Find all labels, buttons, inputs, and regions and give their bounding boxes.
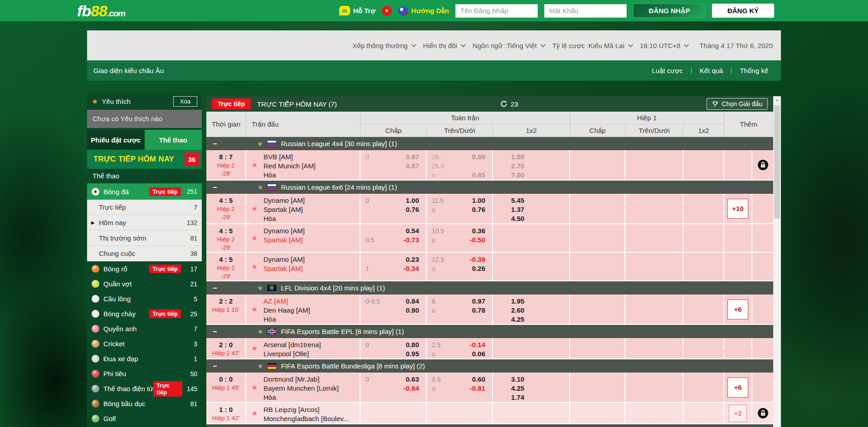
odds-value[interactable]: 0.95: [383, 349, 426, 358]
football-sub-item[interactable]: Chung cuộc38: [87, 246, 202, 261]
tab-sports[interactable]: Thể thao: [145, 130, 202, 150]
odds-value[interactable]: -0.84: [383, 384, 426, 393]
sidebar-item-sport[interactable]: Bóng bầu dục81: [87, 396, 202, 411]
sidebar-item-sport[interactable]: Cricket3: [87, 336, 202, 351]
match-favorite-star-icon[interactable]: ★: [251, 344, 258, 352]
more-markets-button[interactable]: +6: [727, 299, 748, 319]
odds-value[interactable]: 0.76: [383, 205, 426, 214]
sidebar-item-sport[interactable]: Quyền anh7: [87, 321, 202, 336]
odds-value[interactable]: 2.60: [493, 306, 569, 315]
choose-tournament-button[interactable]: Chọn Giải đấu: [707, 98, 768, 110]
odds-value[interactable]: -0.14: [449, 340, 492, 349]
odds-value[interactable]: -0.73: [383, 236, 426, 245]
collapse-icon[interactable]: −: [213, 284, 222, 292]
odds-value[interactable]: 0.85: [449, 171, 492, 180]
odds-value[interactable]: -0.39: [449, 255, 492, 264]
sidebar-item-sport[interactable]: Thể thao điện tửTrực tiếp145: [87, 381, 202, 396]
sidebar-item-sport[interactable]: Quần vợt21: [87, 276, 202, 291]
odds-value[interactable]: 0.54: [383, 226, 426, 236]
odds-value[interactable]: -0.50: [449, 236, 492, 245]
league-favorite-star-icon[interactable]: ★: [257, 183, 263, 191]
sidebar-item-sport[interactable]: Golf: [87, 411, 202, 426]
sidebar-item-sport[interactable]: Phi tiêu50: [87, 366, 202, 381]
match-favorite-star-icon[interactable]: ★: [251, 160, 258, 169]
odds-value[interactable]: 0.63: [383, 375, 426, 384]
league-favorite-star-icon[interactable]: ★: [257, 362, 263, 370]
live-filter-badge[interactable]: Trực tiếp: [212, 98, 251, 109]
odds-value[interactable]: 2.70: [493, 162, 569, 171]
odds-value[interactable]: 0.06: [449, 349, 492, 358]
scrollbar-up-arrow[interactable]: ▲: [773, 96, 781, 104]
odds-value[interactable]: 0.87: [383, 162, 426, 171]
football-sub-item[interactable]: Thị trường sớm81: [87, 231, 202, 246]
football-sub-item[interactable]: ▶Hôm nay132: [87, 215, 202, 231]
league-favorite-star-icon[interactable]: ★: [257, 284, 263, 292]
odds-value[interactable]: 0.23: [383, 255, 426, 264]
collapse-icon[interactable]: −: [213, 328, 222, 336]
more-markets-button[interactable]: +2: [729, 405, 747, 422]
nav-link-2[interactable]: Thống kê: [731, 67, 776, 74]
odds-value[interactable]: 1.74: [493, 393, 569, 402]
odds-value[interactable]: -0.81: [449, 384, 492, 393]
scrollbar[interactable]: ▲: [773, 96, 781, 427]
settings-dropdown[interactable]: Tỷ lệ cược :Kiểu Mã Lai: [552, 42, 632, 49]
odds-value[interactable]: 0.78: [449, 306, 492, 315]
odds-value[interactable]: 4.25: [493, 315, 569, 324]
match-favorite-star-icon[interactable]: ★: [251, 262, 258, 270]
match-favorite-star-icon[interactable]: ★: [251, 408, 258, 417]
odds-value[interactable]: 1.58: [493, 152, 569, 162]
settings-dropdown[interactable]: Hiển thị đôi: [423, 42, 464, 49]
collapse-icon[interactable]: −: [213, 140, 222, 148]
odds-value[interactable]: 0.97: [449, 297, 492, 306]
settings-dropdown[interactable]: Xếp thông thường: [352, 42, 415, 49]
sidebar-item-football[interactable]: Bóng đá Trực tiếp 251: [87, 183, 202, 200]
odds-value[interactable]: 4.25: [493, 384, 569, 393]
sidebar-item-sport[interactable]: Bóng chàyTrực tiếp25: [87, 306, 202, 321]
odds-value[interactable]: 0.89: [449, 152, 492, 162]
odds-value[interactable]: 0.87: [383, 152, 426, 162]
login-button[interactable]: ĐĂNG NHẬP: [633, 4, 706, 18]
odds-value[interactable]: 7.00: [493, 171, 569, 180]
odds-value[interactable]: 3.10: [493, 375, 569, 384]
sidebar-item-sport[interactable]: Bóng rổTrực tiếp17: [87, 261, 202, 276]
register-button[interactable]: ĐĂNG KÝ: [712, 4, 774, 18]
username-input[interactable]: [455, 4, 538, 18]
collapse-icon[interactable]: −: [213, 362, 222, 370]
more-markets-button[interactable]: +6: [727, 378, 748, 398]
match-favorite-star-icon[interactable]: ★: [251, 233, 258, 242]
odds-value[interactable]: 0.84: [383, 297, 426, 306]
match-favorite-star-icon[interactable]: ★: [251, 204, 258, 212]
collapse-icon[interactable]: −: [213, 183, 222, 191]
odds-value[interactable]: 4.50: [493, 214, 569, 223]
settings-dropdown[interactable]: Ngôn ngữ :Tiếng Việt: [473, 42, 544, 49]
odds-value[interactable]: 0.90: [383, 306, 426, 315]
odds-value[interactable]: -0.34: [383, 264, 426, 273]
odds-value[interactable]: 1.95: [493, 297, 569, 306]
sidebar-item-sport[interactable]: Cầu lông5: [87, 291, 202, 306]
match-favorite-star-icon[interactable]: ★: [251, 304, 258, 313]
football-sub-item[interactable]: Trực tiếp7: [87, 200, 202, 215]
league-favorite-star-icon[interactable]: ★: [257, 140, 263, 148]
match-favorite-star-icon[interactable]: ★: [251, 383, 258, 391]
tab-bet-slip[interactable]: Phiếu đặt cược: [87, 130, 145, 150]
nav-link-1[interactable]: Kết quả: [692, 67, 731, 74]
odds-value[interactable]: 0.80: [383, 340, 426, 349]
clear-favorites-button[interactable]: Xóa: [173, 96, 197, 107]
sidebar-item-sport[interactable]: Đua xe đạp1: [87, 351, 202, 366]
odds-value[interactable]: 5.45: [493, 196, 569, 205]
support-link[interactable]: Hi Hỗ Trợ: [339, 6, 375, 15]
settings-dropdown[interactable]: 16:10 UTC+8: [640, 42, 688, 49]
odds-value[interactable]: 0.76: [449, 205, 492, 214]
site-logo[interactable]: fb88.com: [77, 3, 125, 19]
scrollbar-thumb[interactable]: [774, 105, 780, 219]
odds-value[interactable]: 0.36: [449, 226, 492, 236]
odds-value[interactable]: 0.60: [449, 375, 492, 384]
odds-value[interactable]: 0.26: [449, 264, 492, 273]
nav-link-0[interactable]: Luật cược: [644, 67, 691, 74]
odds-value[interactable]: 1.00: [383, 196, 426, 205]
guide-link[interactable]: Hướng Dẫn: [398, 6, 449, 16]
odds-value[interactable]: 1.00: [449, 196, 492, 205]
more-markets-button[interactable]: +10: [727, 199, 748, 219]
vietnam-flag-icon[interactable]: ★: [382, 6, 392, 16]
refresh-control[interactable]: 23: [500, 100, 518, 108]
